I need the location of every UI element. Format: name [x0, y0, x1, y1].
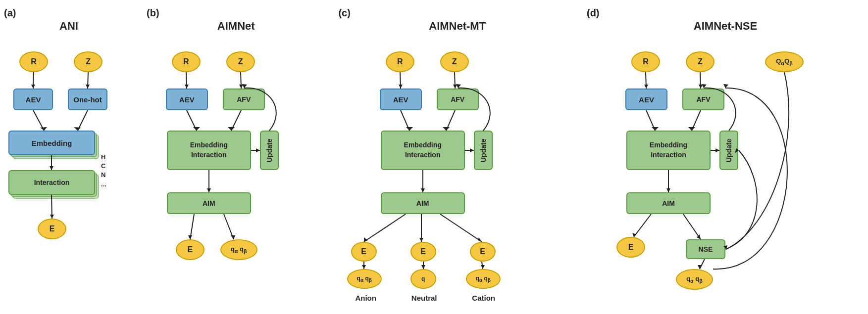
box-update-b: Update: [260, 131, 279, 170]
oval-q-cation: qα qβ: [466, 269, 501, 289]
svg-marker-57: [699, 85, 703, 89]
svg-marker-17: [193, 127, 200, 131]
svg-marker-74: [723, 84, 728, 88]
svg-marker-47: [478, 237, 482, 242]
svg-line-60: [692, 110, 701, 131]
svg-line-0: [33, 72, 34, 89]
oval-R-c: R: [386, 51, 414, 72]
svg-marker-15: [239, 85, 243, 89]
arrows-d: [587, 37, 864, 314]
svg-line-4: [33, 110, 44, 131]
svg-marker-21: [256, 148, 260, 152]
box-aev-b: AEV: [166, 89, 208, 110]
svg-marker-3: [86, 85, 90, 89]
svg-marker-36: [443, 127, 450, 131]
svg-line-29: [400, 72, 401, 89]
box-aev-c: AEV: [380, 89, 422, 110]
panel-b-label: (b): [147, 7, 159, 19]
box-update-c: Update: [474, 131, 493, 170]
box-aev-d: AEV: [625, 89, 667, 110]
oval-E-cation: E: [470, 242, 496, 262]
svg-marker-22: [242, 84, 247, 88]
hcn-label: HCN...: [101, 153, 106, 189]
svg-marker-45: [419, 238, 423, 242]
svg-marker-19: [228, 127, 235, 131]
svg-marker-63: [715, 148, 719, 152]
svg-line-42: [364, 214, 406, 242]
svg-line-14: [241, 72, 241, 89]
box-aim-d: AIM: [626, 192, 711, 214]
oval-R-b: R: [172, 51, 201, 72]
panel-a-title: ANI: [59, 20, 78, 33]
svg-marker-64: [702, 84, 707, 88]
svg-marker-51: [421, 265, 425, 269]
svg-marker-41: [421, 188, 425, 192]
svg-marker-66: [666, 188, 670, 192]
svg-line-2: [88, 72, 88, 89]
box-afv-d: AFV: [682, 89, 724, 110]
svg-marker-28: [231, 235, 235, 239]
box-update-d: Update: [719, 131, 738, 170]
svg-marker-39: [456, 84, 461, 88]
box-aim-c: AIM: [381, 192, 465, 214]
label-neutral: Neutral: [400, 294, 449, 302]
svg-marker-9: [50, 166, 53, 170]
svg-line-52: [482, 262, 483, 269]
oval-Z-b: Z: [226, 51, 255, 72]
oval-R-a: R: [19, 51, 48, 72]
svg-line-12: [186, 72, 187, 89]
label-cation: Cation: [459, 294, 509, 302]
diagram-container: (a) ANI R Z AEV One-hot: [0, 0, 868, 314]
svg-marker-59: [652, 127, 659, 131]
svg-marker-70: [697, 234, 701, 239]
svg-marker-11: [50, 215, 54, 219]
svg-line-27: [224, 214, 234, 239]
svg-line-71: [700, 259, 705, 269]
svg-marker-72: [698, 265, 702, 269]
svg-line-56: [700, 72, 701, 89]
oval-E-neutral: E: [410, 242, 436, 262]
oval-Z-a: Z: [74, 51, 102, 72]
svg-marker-55: [644, 85, 648, 89]
panel-a: (a) ANI R Z AEV One-hot: [0, 5, 138, 309]
box-aim-b: AIM: [167, 192, 251, 214]
svg-line-46: [440, 214, 482, 242]
svg-line-33: [401, 110, 409, 131]
panel-c: (c) AIMNet-MT R Z AEV AFV EmbeddingInter…: [334, 5, 580, 309]
oval-E-anion: E: [351, 242, 377, 262]
svg-marker-26: [188, 235, 192, 239]
svg-line-16: [187, 110, 197, 131]
box-afv-b: AFV: [223, 89, 265, 110]
svg-line-69: [683, 214, 701, 239]
svg-line-35: [446, 110, 455, 131]
panel-c-label: (c): [338, 7, 350, 19]
oval-E-a: E: [38, 219, 66, 239]
box-aev-a: AEV: [13, 89, 53, 110]
svg-marker-7: [74, 127, 81, 131]
box-emb-int-b: EmbeddingInteraction: [167, 131, 251, 170]
box-afv-c: AFV: [437, 89, 479, 110]
label-anion: Anion: [341, 294, 391, 302]
svg-line-54: [646, 72, 646, 89]
oval-Q-d: QαQβ: [765, 51, 804, 72]
box-emb-int-c: EmbeddingInteraction: [381, 131, 465, 170]
box-embedding-a: Embedding: [8, 131, 95, 155]
svg-marker-53: [481, 265, 485, 269]
box-interaction-a: Interaction: [8, 170, 95, 195]
oval-R-d: R: [631, 51, 660, 72]
svg-marker-30: [399, 85, 403, 89]
svg-marker-49: [362, 265, 366, 269]
oval-q-b: qα qβ: [220, 239, 257, 260]
oval-E-d: E: [616, 237, 645, 258]
svg-line-58: [646, 110, 655, 131]
oval-Z-d: Z: [686, 51, 715, 72]
box-emb-int-d: EmbeddingInteraction: [626, 131, 711, 170]
svg-marker-32: [453, 85, 457, 89]
svg-line-25: [190, 214, 194, 239]
oval-Z-c: Z: [440, 51, 469, 72]
box-nse-d: NSE: [686, 239, 725, 259]
box-onehot-a: One-hot: [68, 89, 107, 110]
arrows-a: [4, 37, 133, 299]
panel-c-title: AIMNet-MT: [429, 20, 486, 33]
oval-q-d: qα qβ: [676, 269, 713, 290]
